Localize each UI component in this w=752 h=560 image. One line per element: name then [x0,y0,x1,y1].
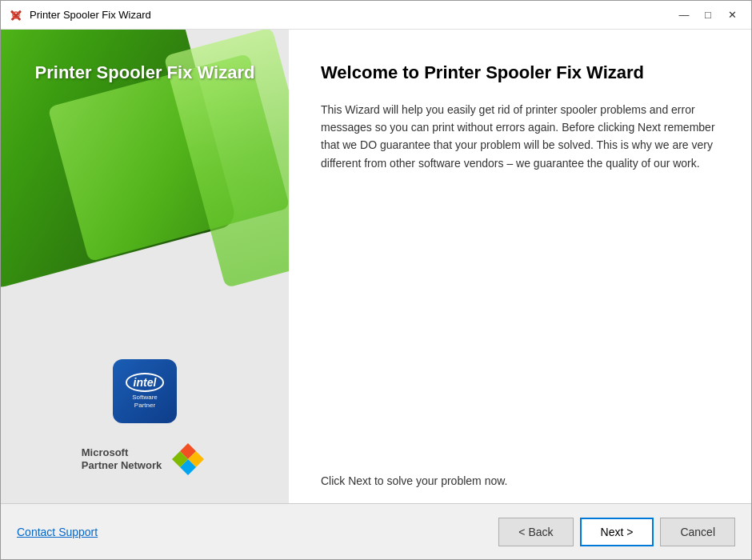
footer: Contact Support < Back Next > Cancel [1,503,751,559]
contact-support-link[interactable]: Contact Support [17,526,98,538]
window-title: Printer Spooler Fix Wizard [30,9,673,21]
window-controls: — □ ✕ [673,6,743,24]
next-button[interactable]: Next > [580,518,654,546]
welcome-heading: Welcome to Printer Spooler Fix Wizard [321,62,719,85]
partner-logos: intel SoftwarePartner Microsoft Partner … [82,359,208,479]
app-icon [9,8,23,22]
left-panel: Printer Spooler Fix Wizard intel Softwar… [1,30,289,503]
microsoft-partner: Microsoft Partner Network [82,439,208,479]
maximize-button[interactable]: □ [697,6,719,24]
right-panel: Welcome to Printer Spooler Fix Wizard Th… [289,30,751,503]
main-content: Printer Spooler Fix Wizard intel Softwar… [1,30,751,503]
close-button[interactable]: ✕ [721,6,743,24]
footer-buttons: < Back Next > Cancel [498,518,735,546]
microsoft-partner-text: Microsoft Partner Network [82,446,162,471]
left-panel-title: Printer Spooler Fix Wizard [19,62,271,85]
intel-oval: intel [126,373,165,392]
cancel-button[interactable]: Cancel [660,518,735,546]
click-next-text: Click Next to solve your problem now. [321,474,719,487]
titlebar: Printer Spooler Fix Wizard — □ ✕ [1,1,751,30]
minimize-button[interactable]: — [673,6,695,24]
microsoft-logo-icon [168,439,208,479]
intel-badge: intel SoftwarePartner [113,359,177,423]
back-button[interactable]: < Back [498,518,573,546]
welcome-body: This Wizard will help you easily get rid… [321,101,719,450]
intel-subtitle: SoftwarePartner [132,394,158,409]
main-window: Printer Spooler Fix Wizard — □ ✕ Printer… [0,0,752,560]
